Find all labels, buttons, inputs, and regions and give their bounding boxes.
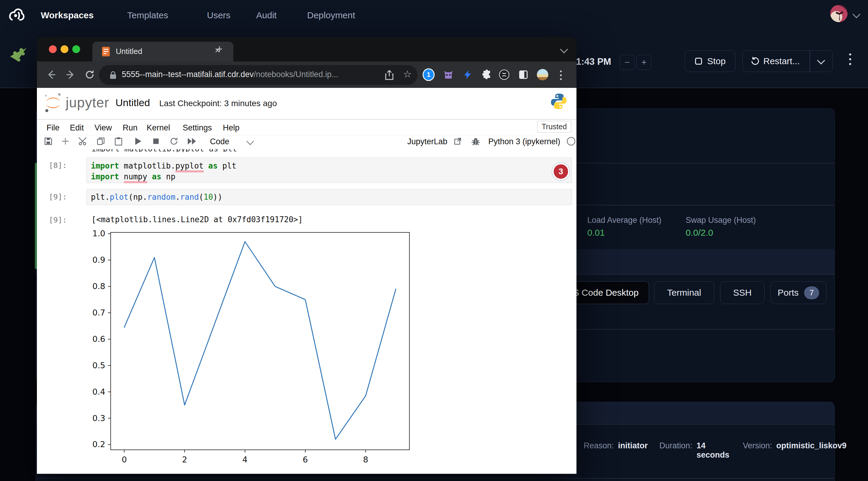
jupyter-favicon bbox=[101, 46, 111, 57]
cat-extension-icon[interactable] bbox=[442, 69, 455, 81]
paste-icon[interactable] bbox=[114, 137, 123, 146]
restart-button[interactable]: Restart... bbox=[743, 56, 809, 66]
tab-ssh[interactable]: SSH bbox=[720, 281, 765, 304]
cut-icon[interactable] bbox=[78, 137, 88, 146]
run-cell-icon[interactable] bbox=[134, 137, 142, 146]
restart-split-button[interactable]: Restart... bbox=[743, 51, 833, 72]
interrupt-kernel-icon[interactable] bbox=[152, 137, 160, 146]
version-label: Version: bbox=[743, 441, 772, 450]
kernel-status-icon bbox=[566, 136, 576, 146]
nav-item-users[interactable]: Users bbox=[207, 10, 230, 21]
cell-type-chevron-icon bbox=[246, 137, 254, 145]
jupyter-toolbar: Code JupyterLab Python 3 (ipykernel) bbox=[37, 135, 577, 150]
code-cell[interactable]: plt.plot(np.random.rand(10)) bbox=[86, 189, 572, 205]
copy-icon[interactable] bbox=[96, 137, 105, 146]
version-value[interactable]: optimistic_liskov9 bbox=[776, 441, 846, 450]
svg-text:2: 2 bbox=[182, 455, 187, 464]
debugger-bug-icon[interactable] bbox=[471, 137, 480, 146]
tab-ports[interactable]: Ports 7 bbox=[771, 281, 826, 304]
reload-button[interactable] bbox=[84, 69, 95, 80]
build-meta-row: Reason: initiator Duration: 14 seconds V… bbox=[584, 441, 846, 460]
open-jupyterlab-link[interactable]: JupyterLab bbox=[407, 137, 447, 146]
chevron-down-icon bbox=[817, 56, 825, 64]
svg-text:0: 0 bbox=[122, 455, 127, 464]
code-line: plt.plot(np.random.rand(10)) bbox=[91, 192, 567, 202]
svg-text:0.5: 0.5 bbox=[92, 361, 105, 370]
nav-item-templates[interactable]: Templates bbox=[127, 10, 168, 21]
cell-prompt: [9]: bbox=[43, 193, 67, 201]
share-icon[interactable] bbox=[384, 70, 394, 81]
menu-help[interactable]: Help bbox=[223, 123, 240, 133]
restart-menu-button[interactable] bbox=[810, 59, 833, 63]
new-tab-button[interactable]: + bbox=[216, 43, 222, 56]
zoom-in-button[interactable]: + bbox=[637, 55, 651, 70]
zoom-out-button[interactable]: − bbox=[620, 55, 634, 70]
svg-text:0.4: 0.4 bbox=[92, 387, 105, 396]
stop-button[interactable]: Stop bbox=[685, 51, 736, 72]
menu-settings[interactable]: Settings bbox=[183, 123, 212, 133]
cell-type-select[interactable]: Code bbox=[210, 137, 229, 146]
code-cell[interactable]: import matplotlib.pyplot as pltimport nu… bbox=[86, 157, 572, 183]
duration-label: Duration: bbox=[659, 441, 692, 450]
restart-icon bbox=[751, 57, 759, 65]
screen: Workspaces Templates Users Audit Deploym… bbox=[0, 0, 868, 481]
chevron-down-icon[interactable] bbox=[852, 10, 861, 18]
coder-logo-icon[interactable] bbox=[8, 7, 26, 24]
extensions-puzzle-icon[interactable] bbox=[481, 69, 493, 81]
nav-item-workspaces[interactable]: Workspaces bbox=[41, 10, 94, 21]
nav-item-deployment[interactable]: Deployment bbox=[307, 10, 355, 21]
last-checkpoint: Last Checkpoint: 3 minutes ago bbox=[159, 99, 277, 108]
side-panel-icon[interactable] bbox=[517, 69, 529, 81]
output-prompt: [9]: bbox=[43, 216, 67, 224]
svg-text:1.0: 1.0 bbox=[92, 229, 105, 238]
restart-kernel-icon[interactable] bbox=[169, 137, 179, 146]
menu-edit[interactable]: Edit bbox=[70, 123, 84, 133]
notebook-title[interactable]: Untitled bbox=[116, 97, 150, 108]
bolt-extension-icon[interactable] bbox=[462, 69, 473, 81]
window-minimize-button[interactable] bbox=[61, 45, 68, 53]
forward-button[interactable] bbox=[65, 69, 76, 80]
external-link-icon bbox=[454, 137, 462, 145]
onepassword-extension-icon[interactable]: 1 bbox=[423, 69, 435, 81]
reason-value: initiator bbox=[618, 441, 648, 450]
svg-text:0.2: 0.2 bbox=[92, 440, 105, 449]
add-cell-icon[interactable] bbox=[61, 137, 70, 146]
tab-search-chevron-icon[interactable] bbox=[560, 45, 568, 53]
jupyter-page: jupyter Untitled Last Checkpoint: 3 minu… bbox=[37, 88, 577, 474]
browser-toolbar: 5555--main--test--matifali.atif.cdr.dev/… bbox=[37, 62, 577, 88]
tab-terminal[interactable]: Terminal bbox=[654, 281, 714, 304]
load-average-value: 0.01 bbox=[587, 228, 604, 238]
ports-count-badge: 7 bbox=[804, 286, 819, 299]
menu-kernel[interactable]: Kernel bbox=[147, 123, 170, 133]
run-all-icon[interactable] bbox=[187, 137, 197, 146]
window-zoom-button[interactable] bbox=[72, 45, 80, 53]
menu-view[interactable]: View bbox=[94, 123, 112, 133]
svg-text:6: 6 bbox=[303, 455, 308, 464]
svg-text:4: 4 bbox=[242, 455, 247, 464]
notebook-body: import matplotlib.pyplot as plt [8]: imp… bbox=[37, 149, 577, 474]
browser-tab[interactable]: Untitled × bbox=[92, 42, 234, 62]
kebab-menu-button[interactable] bbox=[849, 53, 851, 65]
browser-menu-button[interactable] bbox=[560, 70, 562, 80]
matplotlib-line-chart: 0.20.30.40.50.60.70.80.91.002468 bbox=[91, 226, 429, 469]
url-path: /notebooks/Untitled.ip... bbox=[254, 70, 338, 79]
nav-item-audit[interactable]: Audit bbox=[256, 10, 277, 21]
user-avatar[interactable] bbox=[830, 5, 847, 22]
browser-profile-avatar[interactable] bbox=[536, 69, 549, 81]
load-average-label: Load Average (Host) bbox=[587, 216, 661, 225]
window-close-button[interactable] bbox=[49, 45, 57, 53]
menu-run[interactable]: Run bbox=[123, 123, 138, 133]
save-icon[interactable] bbox=[44, 137, 53, 146]
output-text: [<matplotlib.lines.Line2D at 0x7fd03f191… bbox=[91, 215, 303, 224]
back-button[interactable] bbox=[46, 69, 57, 80]
menu-file[interactable]: File bbox=[46, 123, 60, 133]
python-logo-icon bbox=[550, 93, 567, 110]
bookmark-star-icon[interactable]: ☆ bbox=[403, 68, 412, 80]
address-bar[interactable]: 5555--main--test--matifali.atif.cdr.dev/… bbox=[99, 65, 417, 85]
browser-tabstrip: Untitled × + bbox=[37, 37, 577, 62]
lock-icon bbox=[109, 71, 117, 80]
trusted-button[interactable]: Trusted bbox=[537, 121, 571, 133]
ghostery-extension-icon[interactable] bbox=[498, 69, 510, 81]
kernel-name[interactable]: Python 3 (ipykernel) bbox=[488, 137, 560, 146]
swap-usage-label: Swap Usage (Host) bbox=[686, 216, 756, 225]
